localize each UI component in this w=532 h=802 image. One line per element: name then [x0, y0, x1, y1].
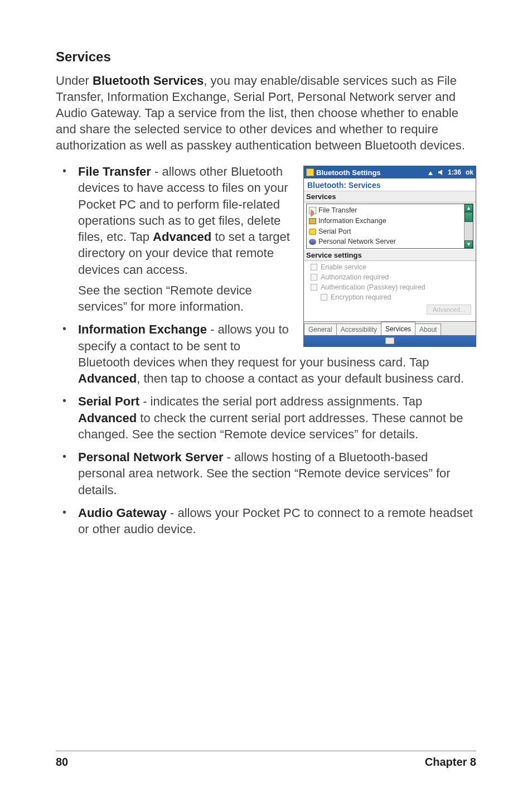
bullet-list-bottom: Serial Port - indicates the serial port … — [56, 393, 476, 537]
bullet-title: File Transfer — [78, 165, 151, 178]
bullet-inner-bold: Advanced — [78, 411, 137, 425]
section-heading: Services — [56, 49, 476, 65]
list-item: Audio Gateway - allows your Pocket PC to… — [56, 505, 476, 538]
bullet-subparagraph: See the section “Remote device services”… — [78, 282, 476, 315]
list-item: File Transfer - allows other Bluetooth d… — [56, 163, 476, 315]
bullet-title: Personal Network Server — [78, 450, 223, 464]
chapter-label: Chapter 8 — [425, 756, 476, 769]
intro-paragraph: Under Bluetooth Services, you may enable… — [56, 73, 476, 153]
bullet-title: Serial Port — [78, 394, 139, 408]
intro-bold: Bluetooth Services — [93, 74, 204, 88]
bullet-inner-bold: Advanced — [78, 371, 137, 385]
bullet-list-top: File Transfer - allows other Bluetooth d… — [56, 163, 476, 386]
bullet-title: Audio Gateway — [78, 506, 167, 520]
intro-prefix: Under — [56, 74, 93, 88]
page-footer: 80 Chapter 8 — [56, 751, 476, 769]
list-item: Information Exchange - allows you to spe… — [56, 321, 476, 386]
bullet-title: Information Exchange — [78, 322, 207, 336]
page-number: 80 — [56, 756, 68, 769]
bullet-body: , then tap to choose a contact as your d… — [137, 371, 464, 385]
bullet-body: - indicates the serial port address assi… — [139, 394, 422, 408]
list-item: Personal Network Server - allows hosting… — [56, 449, 476, 498]
list-item: Serial Port - indicates the serial port … — [56, 393, 476, 442]
bullet-inner-bold: Advanced — [153, 230, 211, 244]
